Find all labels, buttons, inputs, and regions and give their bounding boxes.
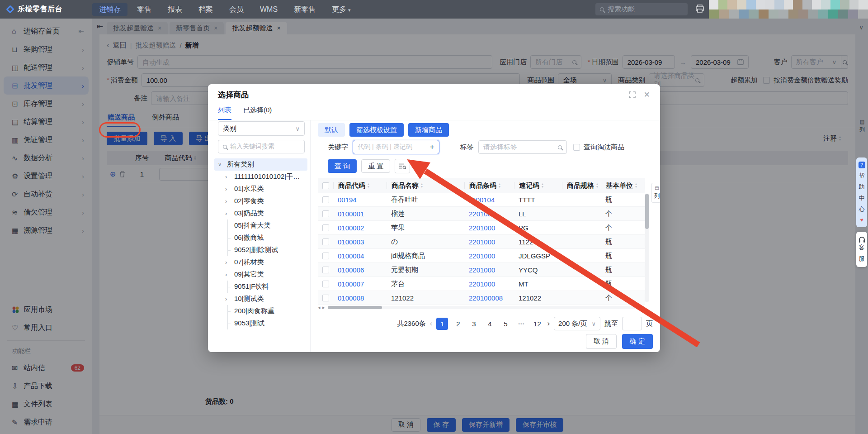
tree-collapse-icon[interactable]: ∨ (218, 162, 227, 167)
top-nav-huiyuan[interactable]: 会员 (222, 3, 250, 16)
global-search-input[interactable]: 搜索功能 (595, 3, 688, 15)
page-5[interactable]: 5 (500, 318, 511, 330)
scroll-right-icon[interactable]: ▸ (642, 305, 645, 310)
fullscreen-icon[interactable] (629, 91, 636, 98)
jump-page-input[interactable] (622, 317, 642, 330)
tree-expand-icon[interactable]: › (225, 259, 234, 266)
tree-node[interactable]: 200|肉食称重 (218, 305, 305, 317)
tree-node[interactable]: 9053|测试 (218, 317, 305, 329)
tree-search-input[interactable]: 输入关键词搜索 (218, 140, 305, 153)
scrollbar-thumb[interactable] (645, 194, 649, 229)
tree-node[interactable]: 05|抖音大类 (218, 219, 305, 232)
query-button[interactable]: 查 询 (328, 159, 357, 173)
scroll-right-icon[interactable]: ▸ (322, 305, 325, 310)
row-checkbox[interactable] (322, 267, 329, 273)
help-center-button[interactable]: ? 帮 助 中 心 ♥ (856, 157, 867, 227)
new-goods-button[interactable]: 新增商品 (408, 123, 449, 137)
sort-icon[interactable]: ▴▾ (368, 183, 369, 188)
sort-icon[interactable]: ▴▾ (596, 183, 598, 188)
close-icon[interactable]: ✕ (644, 90, 650, 100)
select-all-checkbox[interactable] (322, 182, 329, 189)
tree-node-root[interactable]: ∨ 所有类别 (214, 158, 307, 171)
sort-icon[interactable]: ▴▾ (421, 183, 423, 188)
row-checkbox[interactable] (322, 281, 329, 287)
template-default-button[interactable]: 默认 (318, 123, 345, 137)
sort-icon[interactable]: ▴▾ (635, 183, 637, 188)
top-nav-xinlingshou[interactable]: 新零售 (287, 3, 322, 16)
reset-button[interactable]: 重 置 (361, 159, 390, 173)
tree-expand-icon[interactable]: › (225, 271, 234, 278)
tag-input[interactable]: 请选择标签 (478, 140, 567, 154)
modal-tab-selected[interactable]: 已选择(0) (243, 105, 272, 120)
row-checkbox[interactable] (322, 295, 329, 301)
tree-node[interactable]: ›10|测试类 (218, 293, 305, 305)
row-checkbox[interactable] (322, 238, 329, 245)
goods-row[interactable]: 0100001 榴莲 2201000 LL 个 (318, 207, 645, 221)
sort-icon[interactable]: ▴▾ (499, 183, 500, 188)
horizontal-scrollbar[interactable]: ◂ ▸ ▸ (318, 305, 645, 310)
row-checkbox[interactable] (322, 224, 329, 231)
tree-node[interactable]: ›07|耗材类 (218, 256, 305, 268)
page-4[interactable]: 4 (484, 318, 495, 330)
goods-row[interactable]: 0100006 元婴初期 2201000 YYCQ 瓶 (318, 263, 645, 277)
top-nav-dangan[interactable]: 档案 (192, 3, 220, 16)
top-nav-baobiao[interactable]: 报表 (161, 3, 189, 16)
modal-tab-list[interactable]: 列表 (218, 105, 231, 120)
tree-node[interactable]: ›09|其它类 (218, 268, 305, 281)
tree-expand-icon[interactable]: › (225, 173, 234, 180)
row-checkbox[interactable] (322, 210, 329, 217)
category-type-select[interactable]: 类别 ∨ (218, 121, 305, 136)
top-nav-more[interactable]: 更多▾ (325, 3, 358, 16)
printer-icon[interactable] (695, 5, 704, 13)
tree-expand-icon[interactable]: › (225, 296, 234, 302)
page-3[interactable]: 3 (468, 318, 480, 330)
tree-expand-icon[interactable]: › (225, 198, 234, 205)
collapse-filter-button[interactable] (395, 159, 410, 173)
page-ellipsis[interactable]: ••• (515, 318, 527, 330)
row-checkbox[interactable] (322, 196, 329, 203)
row-checkbox[interactable] (322, 253, 329, 259)
plus-icon[interactable]: + (429, 143, 434, 152)
modal-column-settings[interactable]: ▤ 列 (651, 183, 660, 203)
modal-cancel-button[interactable]: 取 消 (586, 334, 617, 349)
page-size-select[interactable]: 200 条/页 ∨ (554, 317, 600, 330)
tree-node[interactable]: 9051|F饮料 (218, 281, 305, 293)
tree-expand-icon[interactable]: › (225, 210, 234, 217)
next-page-icon[interactable]: › (547, 319, 550, 328)
col-barcode[interactable]: 商品条码▴▾ (464, 182, 514, 189)
tree-node[interactable]: ›03|奶品类 (218, 207, 305, 219)
col-unit[interactable]: 基本单位▴▾ (601, 182, 645, 189)
page-1[interactable]: 1 (436, 318, 448, 330)
goods-row[interactable]: 0100003 の 2201000 1122 瓶 (318, 235, 645, 249)
modal-confirm-button[interactable]: 确 定 (622, 334, 653, 349)
tree-node[interactable]: ›11111101010102|干果... (218, 171, 305, 183)
scroll-left-icon[interactable]: ◂ (318, 305, 321, 310)
vertical-scrollbar[interactable] (645, 194, 649, 302)
tree-node[interactable]: 9052|删除测试 (218, 244, 305, 256)
customer-service-button[interactable]: 客 服 (856, 232, 867, 267)
col-code[interactable]: 商品代码▴▾ (333, 182, 387, 189)
col-spec[interactable]: 商品规格▴▾ (562, 182, 601, 189)
tree-node[interactable]: ›02|零食类 (218, 195, 305, 207)
page-12[interactable]: 12 (531, 318, 543, 330)
top-nav-lingshou[interactable]: 零售 (130, 3, 158, 16)
scrollbar-thumb[interactable] (328, 306, 382, 309)
col-name[interactable]: 商品名称▴▾ (387, 182, 464, 189)
goods-row[interactable]: 0100007 茅台 2201000 MT 瓶 (318, 277, 645, 291)
tree-expand-icon[interactable]: › (225, 186, 234, 192)
goods-row[interactable]: 0100002 苹果 2201000 PG 个 (318, 221, 645, 235)
tree-node[interactable]: ›01|水果类 (218, 183, 305, 195)
prev-page-icon[interactable]: ‹ (430, 319, 433, 328)
goods-row[interactable]: 0100008 121022 220100008 121022 个 (318, 291, 645, 305)
top-nav-jinxiaocun[interactable]: 进销存 (92, 3, 127, 16)
obsolete-checkbox[interactable] (573, 144, 580, 151)
sort-icon[interactable]: ▴▾ (542, 183, 543, 188)
filter-template-button[interactable]: 筛选模板设置 (349, 123, 404, 137)
tree-node[interactable]: 06|微商城 (218, 232, 305, 244)
top-nav-wms[interactable]: WMS (253, 3, 284, 16)
goods-row[interactable]: 0100004 jdl规格商品 2201000 JDLGGSP 瓶 (318, 249, 645, 263)
col-shortcode[interactable]: 速记码▴▾ (514, 182, 562, 189)
keyword-input[interactable]: 代码 | 条码 | 速记码 + (353, 140, 439, 154)
page-2[interactable]: 2 (452, 318, 464, 330)
goods-row[interactable]: 00194 吞吞吐吐 1100104 TTTT 瓶 (318, 193, 645, 207)
